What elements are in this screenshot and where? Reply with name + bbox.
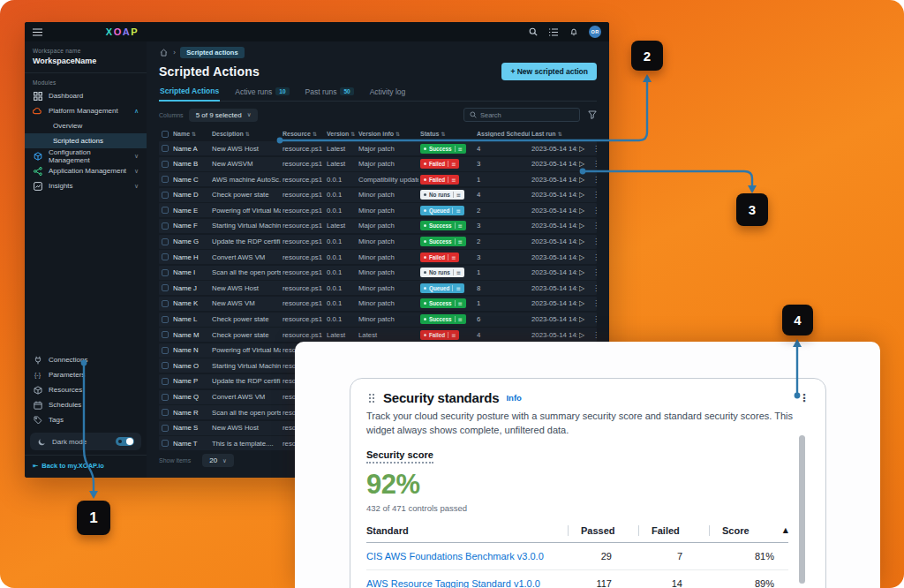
status-badge[interactable]: Success≡ bbox=[420, 237, 466, 246]
sidebar-item-schedules[interactable]: Schedules bbox=[25, 397, 147, 412]
row-menu-button[interactable]: ⋮ bbox=[592, 284, 601, 292]
row-menu-button[interactable]: ⋮ bbox=[592, 207, 601, 215]
table-row[interactable]: Name J New AWS Host resource.ps1 0.0.1 M… bbox=[159, 281, 597, 295]
run-play-button[interactable]: ▷ bbox=[579, 191, 591, 199]
row-checkbox[interactable] bbox=[162, 269, 169, 276]
table-row[interactable]: Name E Powering off Virtual Mac... resou… bbox=[159, 203, 597, 217]
widget-menu-button[interactable]: ⋮ bbox=[799, 392, 810, 404]
row-checkbox[interactable] bbox=[162, 253, 169, 260]
run-play-button[interactable]: ▷ bbox=[579, 237, 591, 245]
run-play-button[interactable]: ▷ bbox=[579, 268, 591, 276]
row-menu-button[interactable]: ⋮ bbox=[592, 160, 601, 168]
filter-icon[interactable] bbox=[587, 110, 597, 120]
run-play-button[interactable]: ▷ bbox=[579, 160, 591, 168]
show-items-select[interactable]: 20 ∨ bbox=[202, 454, 234, 467]
row-checkbox[interactable] bbox=[162, 207, 169, 214]
row-menu-button[interactable]: ⋮ bbox=[592, 253, 601, 261]
row-checkbox[interactable] bbox=[162, 378, 169, 385]
status-badge[interactable]: Failed≡ bbox=[420, 175, 459, 185]
run-play-button[interactable]: ▷ bbox=[579, 299, 591, 307]
column-header-failed[interactable]: Failed bbox=[638, 525, 709, 536]
table-row[interactable]: Name H Convert AWS VM resource.ps1 0.0.1… bbox=[159, 250, 597, 264]
run-play-button[interactable]: ▷ bbox=[579, 176, 591, 184]
run-play-button[interactable]: ▷ bbox=[579, 331, 591, 339]
row-checkbox[interactable] bbox=[162, 331, 169, 338]
row-menu-button[interactable]: ⋮ bbox=[592, 299, 601, 307]
sidebar-item-parameters[interactable]: {-} Parameters bbox=[25, 367, 147, 382]
column-header-version[interactable]: Version⇅ bbox=[327, 131, 357, 137]
table-row[interactable]: Name I Scan all the open ports resource.… bbox=[159, 266, 597, 280]
status-badge[interactable]: Failed≡ bbox=[420, 253, 459, 262]
row-checkbox[interactable] bbox=[162, 409, 169, 416]
columns-select[interactable]: 5 of 9 selected ∨ bbox=[189, 109, 259, 122]
standard-link[interactable]: AWS Resource Tagging Standard v1.0.0 bbox=[366, 578, 568, 588]
new-scripted-action-button[interactable]: + New scripted action bbox=[501, 63, 597, 80]
row-checkbox[interactable] bbox=[162, 176, 169, 183]
tab-active-runs[interactable]: Active runs 10 bbox=[234, 87, 290, 101]
home-icon[interactable] bbox=[159, 48, 169, 57]
row-checkbox[interactable] bbox=[162, 238, 169, 245]
status-badge[interactable]: No runs≡ bbox=[420, 268, 464, 277]
run-play-button[interactable]: ▷ bbox=[579, 284, 591, 292]
table-row[interactable]: Name A New AWS Host resource.ps1 Latest … bbox=[159, 141, 597, 155]
row-menu-button[interactable]: ⋮ bbox=[592, 331, 601, 339]
row-checkbox[interactable] bbox=[162, 394, 169, 401]
table-row[interactable]: Name D Check power state resource.ps1 0.… bbox=[159, 188, 597, 202]
column-header-version-info[interactable]: Version info⇅ bbox=[358, 131, 418, 137]
sidebar-item-platform-management[interactable]: Platform Management ∧ bbox=[25, 103, 147, 118]
row-checkbox[interactable] bbox=[162, 284, 169, 291]
tab-past-runs[interactable]: Past runs 50 bbox=[305, 87, 355, 101]
run-play-button[interactable]: ▷ bbox=[579, 315, 591, 323]
status-badge[interactable]: No runs≡ bbox=[420, 190, 464, 200]
status-badge[interactable]: Success≡ bbox=[420, 144, 466, 154]
tab-activity-log[interactable]: Activity log bbox=[369, 87, 407, 101]
status-badge[interactable]: Failed≡ bbox=[420, 330, 459, 340]
table-row[interactable]: Name L Check power state resource.ps1 0.… bbox=[159, 313, 597, 327]
sidebar-item-resources[interactable]: Resources bbox=[25, 382, 147, 397]
row-checkbox[interactable] bbox=[162, 161, 169, 168]
column-header-standard[interactable]: Standard bbox=[366, 525, 568, 536]
status-badge[interactable]: Success≡ bbox=[420, 298, 466, 308]
row-checkbox[interactable] bbox=[162, 145, 169, 152]
hamburger-menu-icon[interactable] bbox=[33, 27, 42, 37]
run-play-button[interactable]: ▷ bbox=[579, 222, 591, 230]
table-row[interactable]: Name F Starting Virtual Machin... resour… bbox=[159, 219, 597, 233]
row-checkbox[interactable] bbox=[162, 347, 169, 354]
column-header-last-run[interactable]: Last run⇅ bbox=[531, 131, 577, 137]
table-row[interactable]: Name C AWS machine AutoSc... resource.ps… bbox=[159, 172, 597, 186]
sidebar-item-overview[interactable]: Overview bbox=[25, 118, 147, 133]
list-icon[interactable] bbox=[548, 27, 558, 37]
sidebar-item-dashboard[interactable]: Dashboard bbox=[25, 88, 147, 103]
status-badge[interactable]: Queued≡ bbox=[420, 206, 464, 215]
row-menu-button[interactable]: ⋮ bbox=[592, 145, 601, 153]
row-checkbox[interactable] bbox=[162, 222, 169, 230]
status-badge[interactable]: Success≡ bbox=[420, 314, 466, 324]
info-link[interactable]: Info bbox=[506, 393, 521, 403]
row-checkbox[interactable] bbox=[162, 192, 169, 199]
run-play-button[interactable]: ▷ bbox=[579, 253, 591, 261]
sidebar-item-scripted-actions[interactable]: Scripted actions bbox=[25, 133, 147, 148]
sidebar-item-application-management[interactable]: Application Management ∨ bbox=[25, 163, 147, 178]
search-input[interactable] bbox=[480, 111, 574, 119]
standard-link[interactable]: CIS AWS Foundations Benchmark v3.0.0 bbox=[366, 551, 568, 562]
run-play-button[interactable]: ▷ bbox=[579, 145, 591, 153]
select-all-checkbox[interactable] bbox=[162, 131, 169, 138]
column-header-assigned-schedules[interactable]: Assigned Schedules⇅ bbox=[477, 131, 530, 137]
sidebar-item-connections[interactable]: Connections bbox=[25, 352, 147, 367]
back-link[interactable]: ⇤ Back to my.XOAP.io bbox=[25, 455, 147, 478]
status-badge[interactable]: Failed≡ bbox=[420, 159, 459, 169]
dark-mode-toggle[interactable] bbox=[116, 437, 134, 446]
breadcrumb-current[interactable]: Scripted actions bbox=[180, 47, 244, 58]
widget-scrollbar[interactable] bbox=[799, 435, 805, 584]
table-row[interactable]: Name K New AWS VM resource.ps1 0.0.1 Min… bbox=[159, 297, 597, 311]
status-badge[interactable]: Queued≡ bbox=[420, 283, 464, 293]
column-header-description[interactable]: Desciption⇅ bbox=[212, 131, 281, 137]
drag-handle-icon[interactable] bbox=[366, 393, 376, 403]
run-play-button[interactable]: ▷ bbox=[579, 207, 591, 215]
workspace-name[interactable]: WorkspaceName bbox=[33, 57, 139, 65]
row-checkbox[interactable] bbox=[162, 300, 169, 307]
column-header-status[interactable]: Status⇅ bbox=[420, 131, 475, 137]
table-row[interactable]: Name M Check power state resource.ps1 La… bbox=[159, 328, 597, 342]
bell-icon[interactable] bbox=[569, 27, 578, 37]
tab-scripted-actions[interactable]: Scripted Actions bbox=[159, 87, 220, 102]
